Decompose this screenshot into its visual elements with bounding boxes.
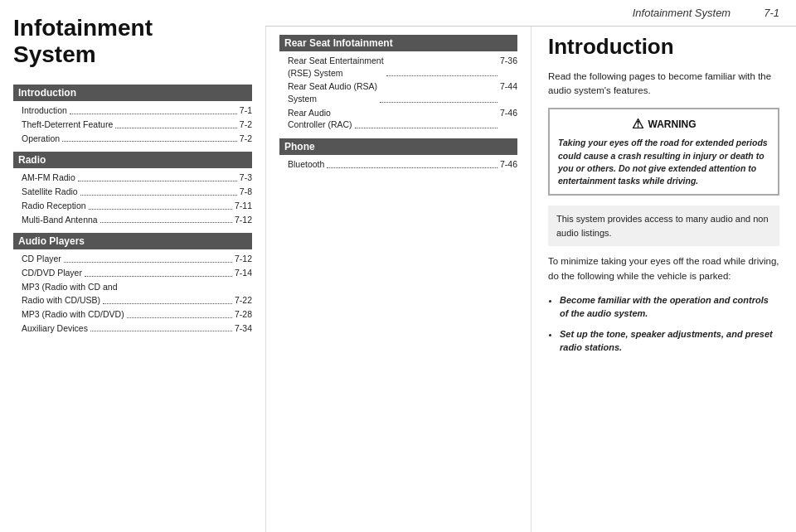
toc-item: Rear Seat Audio (RSA)System 7-44 [279, 80, 517, 105]
warning-text: Taking your eyes off the road for extend… [558, 137, 769, 187]
list-item: Set up the tone, speaker adjustments, an… [560, 327, 779, 355]
info-text-1: This system provides access to many audi… [556, 212, 771, 239]
toc-section-phone: Phone Bluetooth 7-46 [279, 138, 517, 172]
toc-item: Theft-Deterrent Feature 7-2 [13, 118, 252, 132]
middle-column: Rear Seat Infotainment Rear Seat Enterta… [265, 27, 531, 532]
toc-item: CD Player 7-12 [13, 252, 252, 266]
header-page: 7-1 [764, 7, 779, 19]
book-title: InfotainmentSystem [13, 15, 252, 68]
warning-label: WARNING [648, 118, 696, 130]
bullet-list: Become familiar with the operation and c… [548, 293, 779, 355]
toc-item: MP3 (Radio with CD/DVD) 7-28 [13, 307, 252, 322]
info-box-1: This system provides access to many audi… [548, 206, 779, 246]
toc-section-rear-seat: Rear Seat Infotainment Rear Seat Enterta… [279, 35, 517, 132]
warning-triangle-icon: ⚠ [632, 116, 643, 132]
toc-header-phone: Phone [279, 138, 517, 155]
toc-item: Radio with CD/USB) 7-22 [13, 293, 252, 307]
toc-header-introduction: Introduction [13, 85, 252, 101]
toc-item: AM-FM Radio 7-3 [13, 171, 252, 185]
right-column: Introduction Read the following pages to… [531, 27, 796, 532]
toc-item: Radio Reception 7-11 [13, 199, 252, 213]
header-bar: Infotainment System 7-1 [265, 0, 796, 27]
toc-item: Multi-Band Antenna 7-12 [13, 213, 252, 227]
warning-box: ⚠ WARNING Taking your eyes off the road … [548, 108, 779, 196]
toc-header-rear-seat: Rear Seat Infotainment [279, 35, 517, 51]
toc-section-introduction: Introduction Introduction 7-1 Theft-Dete… [13, 85, 252, 145]
toc-item: Operation 7-2 [13, 132, 252, 146]
header-title: Infotainment System [633, 7, 731, 19]
toc-item: Rear Seat Entertainment(RSE) System 7-36 [279, 54, 517, 80]
warning-header: ⚠ WARNING [558, 116, 769, 132]
toc-item: Introduction 7-1 [13, 104, 252, 118]
intro-title: Introduction [548, 35, 779, 60]
toc-section-audio-players: Audio Players CD Player 7-12 CD/DVD Play… [13, 233, 252, 335]
toc-item: Satellite Radio 7-8 [13, 185, 252, 199]
left-column: InfotainmentSystem Introduction Introduc… [0, 0, 265, 532]
toc-item: CD/DVD Player 7-14 [13, 266, 252, 280]
list-item: Become familiar with the operation and c… [560, 293, 779, 321]
toc-section-radio: Radio AM-FM Radio 7-3 Satellite Radio 7-… [13, 152, 252, 226]
toc-header-audio-players: Audio Players [13, 233, 252, 249]
toc-item: MP3 (Radio with CD and [13, 280, 252, 294]
toc-item: Auxiliary Devices 7-34 [13, 322, 252, 336]
toc-header-radio: Radio [13, 152, 252, 168]
minimize-text: To minimize taking your eyes off the roa… [548, 254, 779, 283]
toc-item: Bluetooth 7-46 [279, 157, 517, 172]
intro-paragraph: Read the following pages to become famil… [548, 70, 779, 99]
toc-item: Rear AudioController (RAC) 7-46 [279, 106, 517, 132]
